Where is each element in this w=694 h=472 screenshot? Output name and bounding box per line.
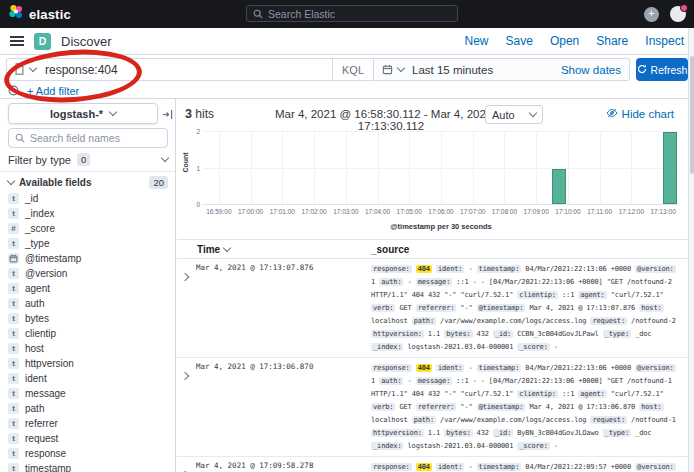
- table-rows: Mar 4, 2021 @ 17:13:07.876response: 404 …: [177, 259, 688, 472]
- discover-app-icon[interactable]: D: [34, 33, 51, 50]
- histogram-bar[interactable]: [663, 132, 677, 204]
- x-gridline: [568, 131, 569, 204]
- expand-row-icon[interactable]: [182, 365, 188, 453]
- x-gridline: [536, 131, 537, 204]
- menu-icon[interactable]: [10, 36, 24, 46]
- sidebar-field-_index[interactable]: t_index: [8, 206, 173, 221]
- field-name-label: _type: [25, 238, 49, 249]
- add-filter-button[interactable]: + Add filter: [27, 85, 79, 97]
- date-field-icon: [8, 253, 19, 264]
- show-dates-button[interactable]: Show dates: [561, 64, 621, 76]
- x-tick-label: 17:11:00: [583, 208, 617, 215]
- refresh-label: Refresh: [651, 64, 688, 76]
- source-value: _doc: [635, 330, 651, 338]
- sort-descending-icon[interactable]: [223, 243, 231, 251]
- global-search-input[interactable]: Search Elastic: [246, 5, 458, 22]
- sidebar-field-ident[interactable]: tident: [8, 371, 173, 386]
- source-value: 432: [477, 330, 489, 338]
- sidebar-field-message[interactable]: tmessage: [8, 386, 173, 401]
- chevron-down-icon: [7, 177, 15, 185]
- kibana-discover-screen: elastic Search Elastic + D Discover New …: [0, 0, 694, 472]
- histogram-chart: Count 16:59:0017:00:0017:01:0017:02:0017…: [177, 127, 688, 239]
- source-field-badge: response:: [371, 265, 412, 273]
- string-field-icon: t: [8, 193, 19, 204]
- field-name-label: response: [25, 448, 66, 459]
- field-name-label: timestamp: [25, 463, 71, 472]
- source-value: "-": [460, 403, 472, 411]
- refresh-button[interactable]: Refresh: [636, 58, 688, 81]
- scrollbar-thumb[interactable]: [690, 56, 694, 174]
- saved-query-icon[interactable]: [14, 61, 25, 79]
- collapse-sidebar-icon[interactable]: [162, 106, 173, 124]
- sidebar-field-_type[interactable]: t_type: [8, 236, 173, 251]
- source-value: 1: [371, 377, 375, 385]
- share-button[interactable]: Share: [596, 34, 628, 48]
- sidebar-field-host[interactable]: thost: [8, 341, 173, 356]
- sidebar-field-clientip[interactable]: tclientip: [8, 326, 173, 341]
- source-field-badge: ident:: [436, 364, 464, 372]
- string-field-icon: t: [8, 388, 19, 399]
- source-value: 432: [477, 429, 489, 437]
- query-language-button[interactable]: KQL: [332, 59, 373, 80]
- search-icon: [253, 5, 263, 23]
- x-tick-label: 17:10:00: [551, 208, 585, 215]
- sidebar-field-@version[interactable]: t@version: [8, 266, 173, 281]
- highlighted-value: 404: [416, 265, 432, 273]
- number-field-icon: #: [8, 223, 19, 234]
- x-gridline: [346, 131, 347, 204]
- string-field-icon: t: [8, 283, 19, 294]
- elastic-logo-text: elastic: [29, 7, 71, 22]
- sidebar-field-bytes[interactable]: tbytes: [8, 311, 173, 326]
- chevron-down-icon: [109, 108, 117, 116]
- user-avatar[interactable]: [670, 6, 686, 22]
- sidebar-field-timestamp[interactable]: ttimestamp: [8, 461, 173, 472]
- source-value: "curl/7.52.1": [611, 291, 664, 299]
- sidebar-field-request[interactable]: trequest: [8, 431, 173, 446]
- interval-select[interactable]: Auto: [485, 105, 543, 124]
- time-range-value[interactable]: Last 15 minutes: [412, 64, 493, 76]
- sidebar-field-httpversion[interactable]: thttpversion: [8, 356, 173, 371]
- source-field-badge: request:: [590, 317, 627, 325]
- table-row[interactable]: Mar 4, 2021 @ 17:13:07.876response: 404 …: [177, 259, 688, 358]
- hide-chart-button[interactable]: Hide chart: [606, 108, 674, 120]
- sidebar-field-_score[interactable]: #_score: [8, 221, 173, 236]
- source-field-badge: ident:: [436, 265, 464, 273]
- page-title: Discover: [61, 34, 112, 49]
- x-gridline: [441, 131, 442, 204]
- field-name-label: _score: [25, 223, 55, 234]
- query-text[interactable]: response:404: [45, 63, 118, 77]
- query-input[interactable]: response:404 KQL: [6, 58, 374, 81]
- table-row[interactable]: Mar 4, 2021 @ 17:09:58.278response: 404 …: [177, 457, 688, 472]
- sidebar-field-referrer[interactable]: treferrer: [8, 416, 173, 431]
- new-button[interactable]: New: [465, 34, 489, 48]
- elastic-logo-icon: [8, 4, 24, 24]
- sidebar-field-auth[interactable]: tauth: [8, 296, 173, 311]
- x-tick-label: 17:12:00: [614, 208, 648, 215]
- available-fields-header[interactable]: Available fields 20: [8, 176, 168, 189]
- page-scrollbar[interactable]: [688, 28, 694, 472]
- index-pattern-select[interactable]: logstash-*: [8, 103, 158, 124]
- deployment-icon[interactable]: +: [644, 7, 659, 22]
- date-picker[interactable]: Last 15 minutes Show dates: [374, 58, 630, 81]
- elastic-logo[interactable]: elastic: [8, 0, 71, 28]
- field-search-placeholder: Search field names: [30, 132, 120, 144]
- sidebar-field-_id[interactable]: t_id: [8, 191, 173, 206]
- save-button[interactable]: Save: [506, 34, 533, 48]
- sidebar-field-@timestamp[interactable]: @timestamp: [8, 251, 173, 266]
- expand-row-icon[interactable]: [182, 266, 188, 354]
- field-search-input[interactable]: Search field names: [8, 128, 168, 148]
- sidebar-field-path[interactable]: tpath: [8, 401, 173, 416]
- string-field-icon: t: [8, 433, 19, 444]
- hits-number: 3: [185, 107, 192, 121]
- histogram-bar[interactable]: [552, 169, 566, 205]
- sidebar-field-response[interactable]: tresponse: [8, 446, 173, 461]
- filter-by-type-toggle[interactable]: Filter by type 0: [8, 153, 168, 166]
- sidebar-field-agent[interactable]: tagent: [8, 281, 173, 296]
- expand-row-icon[interactable]: [182, 464, 188, 472]
- inspect-button[interactable]: Inspect: [645, 34, 684, 48]
- source-field-badge: auth:: [379, 377, 403, 385]
- column-header-time[interactable]: Time: [193, 244, 371, 255]
- highlighted-value: 404: [416, 463, 432, 471]
- open-button[interactable]: Open: [550, 34, 579, 48]
- table-row[interactable]: Mar 4, 2021 @ 17:13:06.870response: 404 …: [177, 358, 688, 457]
